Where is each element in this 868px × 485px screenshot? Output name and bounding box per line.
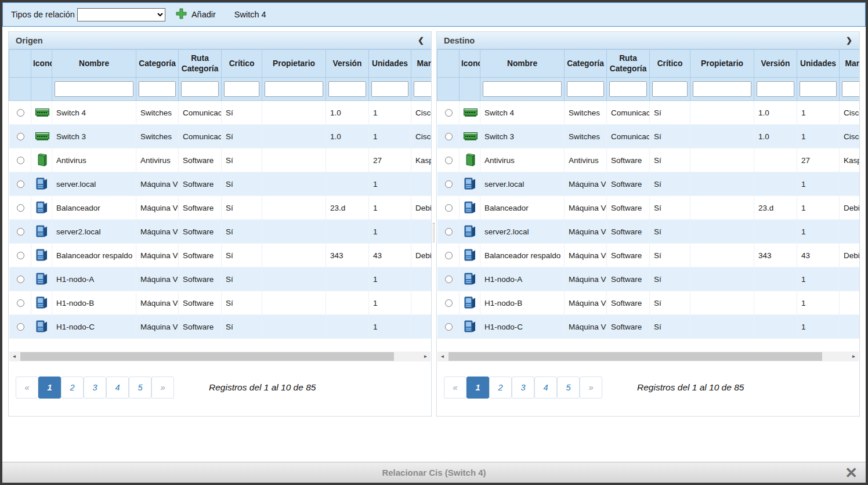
prev-page-button[interactable]: « xyxy=(444,377,466,399)
table-row[interactable]: H1-nodo-BMáquina VirtualSoftwareSí1 xyxy=(437,291,860,315)
row-select-radio[interactable] xyxy=(17,157,24,164)
row-select-radio[interactable] xyxy=(445,323,453,331)
column-header-icono[interactable]: Icono xyxy=(460,50,480,78)
column-header-categoria[interactable]: Categoría xyxy=(136,50,179,78)
row-select-radio[interactable] xyxy=(445,157,453,164)
page-button-1[interactable]: 1 xyxy=(38,377,61,399)
table-row[interactable]: Balanceador respaldoMáquina VirtualSoftw… xyxy=(9,244,432,267)
next-page-button[interactable]: » xyxy=(151,377,174,399)
row-select-radio[interactable] xyxy=(17,276,24,283)
table-row[interactable]: Switch 3SwitchesComunicacionesSí1.01Cisc… xyxy=(9,125,432,149)
filter-input-critico[interactable] xyxy=(652,81,688,97)
close-icon[interactable]: ✕ xyxy=(845,464,858,482)
page-button-4[interactable]: 4 xyxy=(534,377,557,399)
row-select-radio[interactable] xyxy=(17,109,24,117)
row-select-radio[interactable] xyxy=(17,323,24,331)
table-row[interactable]: H1-nodo-CMáquina VirtualSoftwareSí1 xyxy=(437,315,860,339)
page-button-4[interactable]: 4 xyxy=(106,377,129,399)
table-row[interactable]: Switch 4SwitchesComunicacionesSí1.01Cisc… xyxy=(9,101,432,125)
next-page-button[interactable]: » xyxy=(580,377,602,399)
filter-input-marca[interactable] xyxy=(414,81,431,97)
table-row[interactable]: H1-nodo-AMáquina VirtualSoftwareSí1 xyxy=(9,267,432,291)
filter-input-categoria[interactable] xyxy=(567,81,604,97)
filter-input-version[interactable] xyxy=(757,81,794,97)
column-header-version[interactable]: Versión xyxy=(754,50,797,78)
table-row[interactable]: Switch 4SwitchesComunicacionesSí1.01Cisc… xyxy=(437,101,860,125)
row-select-radio[interactable] xyxy=(445,204,453,212)
row-select-radio[interactable] xyxy=(445,109,453,117)
table-row[interactable]: H1-nodo-CMáquina VirtualSoftwareSí1 xyxy=(9,315,432,339)
filter-input-critico[interactable] xyxy=(224,81,259,97)
filter-input-unidades[interactable] xyxy=(371,81,408,97)
page-button-3[interactable]: 3 xyxy=(512,377,534,399)
table-row[interactable]: H1-nodo-AMáquina VirtualSoftwareSí1 xyxy=(437,267,860,291)
add-relation-button[interactable]: Añadir xyxy=(176,8,216,21)
page-button-3[interactable]: 3 xyxy=(84,377,106,399)
row-select-radio[interactable] xyxy=(445,252,453,259)
table-row[interactable]: AntivirusAntivirusSoftwareSí27Kaspersky xyxy=(9,149,432,172)
scrollbar-track[interactable] xyxy=(19,352,421,361)
scroll-right-arrow-icon[interactable]: ► xyxy=(421,352,431,361)
table-row[interactable]: server.localMáquina VirtualSoftwareSí1 xyxy=(9,172,432,196)
filter-input-ruta-categoria[interactable] xyxy=(609,81,647,97)
scroll-left-arrow-icon[interactable]: ◄ xyxy=(437,352,447,361)
filter-input-version[interactable] xyxy=(328,81,366,97)
row-select-radio[interactable] xyxy=(17,252,24,259)
filter-input-propietario[interactable] xyxy=(265,81,323,97)
table-row[interactable]: Switch 3SwitchesComunicacionesSí1.01Cisc… xyxy=(437,125,860,149)
filter-input-ruta-categoria[interactable] xyxy=(181,81,219,97)
table-row[interactable]: AntivirusAntivirusSoftwareSí27Kaspersky xyxy=(437,149,860,172)
scrollbar-thumb[interactable] xyxy=(449,352,822,361)
table-row[interactable]: server2.localMáquina VirtualSoftwareSí1 xyxy=(437,220,860,244)
column-header-critico[interactable]: Crítico xyxy=(222,50,262,78)
filter-input-propietario[interactable] xyxy=(693,81,751,97)
scroll-left-arrow-icon[interactable]: ◄ xyxy=(9,352,19,361)
table-row[interactable]: server.localMáquina VirtualSoftwareSí1 xyxy=(437,172,860,196)
column-header-unidades[interactable]: Unidades xyxy=(797,50,840,78)
horizontal-scrollbar[interactable]: ◄ ► xyxy=(437,352,859,361)
column-header-ruta-categoria[interactable]: Ruta Categoría xyxy=(179,50,222,78)
page-button-1[interactable]: 1 xyxy=(466,377,489,399)
column-header-categoria[interactable]: Categoría xyxy=(565,50,607,78)
column-header-icono[interactable]: Icono xyxy=(31,50,52,78)
relation-type-select[interactable] xyxy=(77,8,165,21)
column-header-marca[interactable]: Marca xyxy=(411,50,432,78)
page-button-2[interactable]: 2 xyxy=(61,377,84,399)
prev-page-button[interactable]: « xyxy=(16,377,38,399)
page-button-5[interactable]: 5 xyxy=(557,377,580,399)
row-select-radio[interactable] xyxy=(17,228,24,236)
column-header-nombre[interactable]: Nombre xyxy=(480,50,565,78)
filter-input-marca[interactable] xyxy=(842,81,859,97)
table-row[interactable]: BalanceadorMáquina VirtualSoftwareSí23.d… xyxy=(437,196,860,220)
row-select-radio[interactable] xyxy=(445,228,453,236)
row-select-radio[interactable] xyxy=(17,180,24,188)
scrollbar-thumb[interactable] xyxy=(20,352,394,361)
table-row[interactable]: H1-nodo-BMáquina VirtualSoftwareSí1 xyxy=(9,291,432,315)
page-button-2[interactable]: 2 xyxy=(489,377,512,399)
column-header-marca[interactable]: Marca xyxy=(840,50,860,78)
column-header-version[interactable]: Versión xyxy=(326,50,369,78)
filter-input-categoria[interactable] xyxy=(139,81,176,97)
row-select-radio[interactable] xyxy=(445,299,453,307)
row-select-radio[interactable] xyxy=(445,180,453,188)
row-select-radio[interactable] xyxy=(445,133,453,140)
column-header-unidades[interactable]: Unidades xyxy=(369,50,411,78)
row-select-radio[interactable] xyxy=(17,204,24,212)
table-row[interactable]: Balanceador respaldoMáquina VirtualSoftw… xyxy=(437,244,860,267)
filter-input-nombre[interactable] xyxy=(55,81,133,97)
row-select-radio[interactable] xyxy=(17,299,24,307)
panel-splitter[interactable] xyxy=(432,31,436,417)
column-header-ruta-categoria[interactable]: Ruta Categoría xyxy=(607,50,650,78)
collapse-left-icon[interactable]: ❮ xyxy=(418,36,424,45)
scroll-right-arrow-icon[interactable]: ► xyxy=(849,352,859,361)
filter-input-nombre[interactable] xyxy=(483,81,562,97)
column-header-propietario[interactable]: Propietario xyxy=(690,50,754,78)
column-header-critico[interactable]: Crítico xyxy=(650,50,690,78)
column-header-propietario[interactable]: Propietario xyxy=(262,50,326,78)
table-row[interactable]: BalanceadorMáquina VirtualSoftwareSí23.d… xyxy=(9,196,432,220)
page-button-5[interactable]: 5 xyxy=(129,377,151,399)
scrollbar-track[interactable] xyxy=(447,352,849,361)
horizontal-scrollbar[interactable]: ◄ ► xyxy=(9,352,431,361)
row-select-radio[interactable] xyxy=(17,133,24,140)
table-row[interactable]: server2.localMáquina VirtualSoftwareSí1 xyxy=(9,220,432,244)
